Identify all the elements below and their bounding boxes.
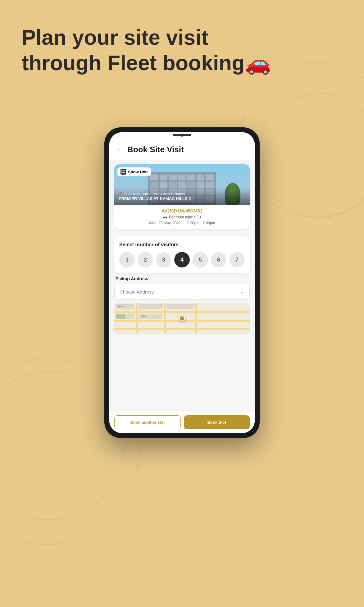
address-placeholder: Choose Address [120, 289, 154, 294]
pickup-section: Pickup Address Choose Address ⌄ [114, 276, 250, 300]
visitor-num-6[interactable]: 6 [211, 252, 226, 267]
window [160, 182, 168, 188]
map-area: AREA 5 منطقة [114, 303, 250, 334]
window [178, 175, 186, 180]
phone-camera [180, 134, 184, 137]
svg-rect-1 [123, 172, 124, 173]
property-card: Show Unit 📍 Dubailand, Dubai, United Ara… [114, 164, 250, 229]
window [150, 182, 158, 188]
map-road-v2 [164, 303, 166, 334]
window [206, 175, 214, 180]
map-green-area [116, 314, 125, 319]
window [160, 175, 168, 180]
window [178, 182, 186, 188]
map-road-h3 [114, 328, 250, 330]
unit-id: AV2/SD156/4587451 [119, 208, 245, 213]
bedroom-type: 🛏 Bedroom type: VD1 [119, 215, 245, 220]
map-block [139, 304, 162, 309]
visitors-title: Select number of visitors [119, 242, 245, 248]
show-unit-icon [121, 169, 126, 175]
window [169, 182, 177, 188]
chevron-down-icon: ⌄ [240, 288, 244, 295]
map-block [167, 304, 193, 309]
window [187, 182, 195, 188]
visitor-num-7[interactable]: 7 [229, 252, 245, 267]
app-content: ← Book Site Visit [109, 132, 255, 433]
bed-icon: 🛏 [163, 215, 167, 220]
bottom-buttons: Book another slot Book Slot [109, 412, 255, 433]
visitor-num-3[interactable]: 3 [156, 252, 171, 267]
headline-emoji: 🚗 [245, 51, 271, 75]
headline-line1: Plan your site visit [22, 25, 208, 49]
visitors-numbers: 1 2 3 4 5 6 7 [119, 252, 245, 267]
address-dropdown[interactable]: Choose Address ⌄ [114, 284, 250, 300]
window [187, 175, 195, 180]
property-details: AV2/SD156/4587451 🛏 Bedroom type: VD1 We… [114, 205, 250, 229]
pickup-label: Pickup Address [114, 276, 250, 281]
page-title: Book Site Visit [127, 145, 184, 154]
show-unit-label: Show Unit [128, 170, 148, 174]
book-another-slot-button[interactable]: Book another slot [114, 415, 181, 429]
map-road-v1 [136, 303, 138, 334]
map-label-area5: AREA 5 [117, 305, 125, 308]
visitor-num-4[interactable]: 4 [174, 252, 190, 267]
phone-screen: ← Book Site Visit [109, 132, 255, 433]
book-slot-button[interactable]: Book Slot [184, 415, 250, 429]
back-button[interactable]: ← [117, 146, 124, 154]
window [169, 175, 177, 180]
property-image: Show Unit 📍 Dubailand, Dubai, United Ara… [114, 164, 250, 205]
property-location: 📍 Dubailand, Dubai, United Arab Emirates [119, 192, 245, 196]
show-unit-badge[interactable]: Show Unit [117, 167, 151, 176]
booking-datetime: Wed, 23 May, 2021 12.30pm - 2.30pm [119, 221, 245, 225]
window [197, 175, 205, 180]
window [150, 175, 158, 180]
window [206, 182, 214, 188]
map-background: AREA 5 منطقة [114, 303, 250, 334]
window [197, 182, 205, 188]
headline-line2: through Fleet booking [22, 51, 245, 75]
map-road-h1 [114, 311, 250, 313]
headline: Plan your site visit through Fleet booki… [22, 25, 342, 75]
bg-circle-2 [258, 93, 364, 217]
map-pin [179, 315, 185, 322]
visitors-card: Select number of visitors 1 2 3 4 5 6 7 [114, 236, 250, 273]
visitor-num-2[interactable]: 2 [138, 252, 153, 267]
map-label-area: منطقة [141, 315, 147, 317]
visitor-num-1[interactable]: 1 [119, 252, 135, 267]
location-pin-icon: 📍 [119, 192, 123, 196]
property-name: PREMIER VILLAS AT DAMAC HILLS 2 [119, 196, 245, 201]
visitor-num-5[interactable]: 5 [193, 252, 208, 267]
phone-frame: ← Book Site Visit [104, 127, 260, 438]
property-overlay: 📍 Dubailand, Dubai, United Arab Emirates… [114, 188, 250, 205]
map-road-v3 [195, 303, 197, 334]
